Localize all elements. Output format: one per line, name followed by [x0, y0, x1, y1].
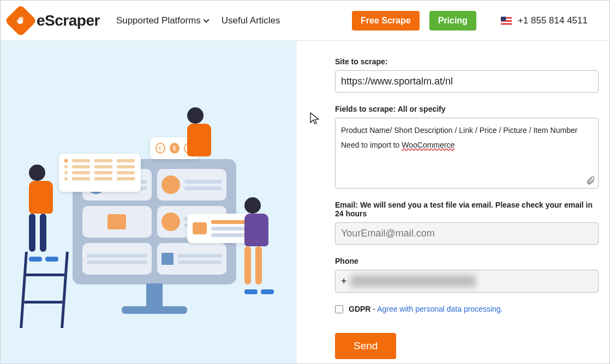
phone-redacted [350, 275, 476, 287]
svg-rect-3 [501, 23, 512, 25]
top-nav: Supported Platforms Useful Articles [116, 15, 280, 26]
pricing-button[interactable]: Pricing [429, 11, 476, 31]
fields-line2-link: WooCommerce [402, 141, 454, 149]
nav-supported-platforms-label: Supported Platforms [116, 15, 201, 26]
header: eScraper Supported Platforms Useful Arti… [1, 1, 609, 41]
site-input[interactable] [335, 70, 599, 93]
logo-mark-icon [4, 4, 37, 37]
phone-number: +1 855 814 4511 [518, 15, 588, 26]
attachment-icon[interactable] [585, 175, 595, 185]
gdpr-checkbox[interactable] [335, 305, 343, 313]
email-label: Email: We will send you a test file via … [335, 201, 599, 218]
phone-prefix: + [341, 276, 347, 287]
person-left-graphic [29, 165, 58, 264]
hand-icon [15, 15, 26, 26]
nav-useful-articles-label: Useful Articles [222, 15, 280, 26]
phone-contact[interactable]: +1 855 814 4511 [500, 15, 588, 27]
gdpr-row: GDPR - Agree with personal data processi… [335, 305, 599, 313]
fields-textarea[interactable]: Product Name/ Short Description / Link /… [335, 118, 599, 189]
svg-rect-4 [501, 16, 506, 20]
nav-supported-platforms[interactable]: Supported Platforms [116, 15, 210, 26]
gdpr-label: GDPR [349, 305, 370, 313]
logo[interactable]: eScraper [9, 9, 100, 32]
email-input[interactable] [335, 222, 599, 245]
fields-line1: Product Name/ Short Description / Link /… [341, 123, 593, 138]
free-scrape-button[interactable]: Free Scrape [352, 11, 420, 31]
person-top-graphic [187, 107, 211, 156]
float-product-graphic [187, 214, 253, 243]
fields-label: Fields to scrape: All or specify [335, 105, 599, 113]
gdpr-link[interactable]: Agree with personal data processing. [377, 305, 503, 313]
us-flag-icon [500, 15, 512, 27]
send-button[interactable]: Send [335, 333, 396, 359]
person-right-graphic [244, 197, 274, 296]
phone-label: Phone [335, 257, 599, 265]
fields-line2-prefix: Need to import to [341, 141, 402, 149]
gdpr-dash: - [370, 305, 377, 313]
phone-input[interactable]: + [335, 270, 599, 293]
illustration: €$£ [7, 77, 291, 328]
main: €$£ S [1, 41, 609, 364]
illustration-panel: €$£ [1, 41, 297, 364]
site-label: Site to scrape: [335, 57, 599, 66]
float-table-graphic [59, 154, 141, 192]
brand-name: eScraper [37, 12, 100, 29]
chevron-down-icon [203, 17, 210, 24]
nav-useful-articles[interactable]: Useful Articles [222, 15, 280, 26]
form-panel: Site to scrape: Fields to scrape: All or… [297, 41, 609, 364]
